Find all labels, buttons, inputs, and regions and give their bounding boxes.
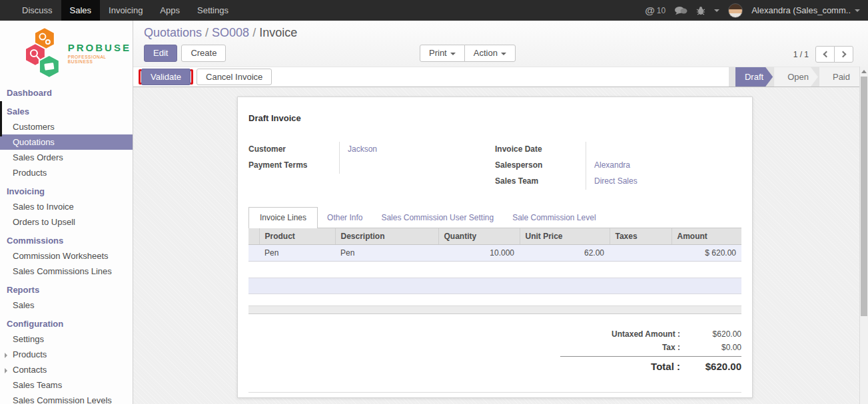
mention-icon: @	[645, 5, 655, 16]
sidebar-item-settings[interactable]: Settings	[0, 331, 133, 347]
vertical-scrollbar[interactable]	[859, 67, 868, 404]
sidebar-item-config-products[interactable]: Products	[0, 347, 133, 362]
sidebar-item-customers[interactable]: Customers	[0, 119, 133, 134]
sidebar-item-sales-to-invoice[interactable]: Sales to Invoice	[0, 199, 133, 214]
sidebar-item-products[interactable]: Products	[0, 165, 133, 180]
chevron-left-icon	[823, 51, 829, 58]
tab-sale-commission-level[interactable]: Sale Commission Level	[503, 208, 605, 228]
status-stepper: Draft Open Paid	[729, 67, 859, 87]
notebook-tabs: Invoice Lines Other Info Sales Commissio…	[248, 207, 741, 228]
scrollbar-up-button[interactable]	[860, 67, 868, 76]
menu-apps[interactable]: Apps	[151, 0, 189, 21]
tab-invoice-lines[interactable]: Invoice Lines	[248, 207, 318, 228]
action-dropdown-button[interactable]: Action	[464, 45, 516, 62]
sidebar-header-configuration[interactable]: Configuration	[0, 316, 133, 331]
user-avatar[interactable]	[728, 3, 743, 18]
invoice-date-label: Invoice Date	[495, 142, 586, 158]
action-buttons: Print Action	[420, 45, 516, 62]
field-group-left: Customer Jackson Payment Terms	[248, 142, 495, 190]
scrollbar-thumb[interactable]	[861, 77, 867, 316]
sidebar-header-reports[interactable]: Reports	[0, 282, 133, 298]
breadcrumb-separator: /	[202, 26, 212, 39]
action-label: Action	[474, 48, 498, 58]
chat-icon[interactable]	[674, 6, 687, 15]
screen-edge-artifact	[0, 101, 2, 136]
user-dropdown-caret-icon	[855, 9, 860, 12]
breadcrumb-separator: /	[249, 26, 259, 39]
status-step-paid[interactable]: Paid	[819, 67, 859, 87]
tab-sales-commission-user-setting[interactable]: Sales Commission User Setting	[372, 208, 503, 228]
sidebar-header-sales[interactable]: Sales	[0, 104, 133, 119]
invoice-sheet: Draft Invoice Customer Jackson Payment T…	[237, 97, 753, 398]
cell-quantity[interactable]: 10.000	[438, 245, 520, 262]
sidebar-item-sales-commission-levels[interactable]: Sales Commission Levels	[0, 393, 133, 404]
column-quantity[interactable]: Quantity	[438, 228, 520, 245]
table-row[interactable]: Pen Pen 10.000 62.00 $ 620.00	[248, 245, 741, 262]
pager-next-button[interactable]	[834, 46, 853, 63]
status-step-open[interactable]: Open	[774, 67, 818, 87]
edit-button[interactable]: Edit	[144, 45, 177, 62]
status-step-draft[interactable]: Draft	[735, 67, 773, 87]
customer-value-link[interactable]: Jackson	[339, 142, 495, 158]
column-unit-price[interactable]: Unit Price	[520, 228, 610, 245]
cell-product[interactable]: Pen	[259, 245, 335, 262]
field-group-right: Invoice Date Salesperson Alexandra Sales…	[495, 142, 741, 190]
breadcrumb-link-so008[interactable]: SO008	[212, 26, 249, 39]
payment-terms-value[interactable]	[339, 158, 495, 174]
column-description[interactable]: Description	[335, 228, 438, 245]
sales-team-value-link[interactable]: Direct Sales	[586, 174, 741, 190]
cell-description[interactable]: Pen	[335, 245, 438, 262]
sidebar-item-orders-to-upsell[interactable]: Orders to Upsell	[0, 214, 133, 230]
breadcrumb-link-quotations[interactable]: Quotations	[144, 26, 202, 39]
cell-amount[interactable]: $ 620.00	[671, 245, 741, 262]
validate-button[interactable]: Validate	[141, 69, 191, 85]
salesperson-label: Salesperson	[495, 158, 586, 174]
cell-unit-price[interactable]: 62.00	[520, 245, 610, 262]
expand-caret-icon[interactable]	[5, 368, 7, 373]
sidebar-item-sales-orders[interactable]: Sales Orders	[0, 150, 133, 165]
invoice-fields: Customer Jackson Payment Terms Invoice D…	[248, 142, 741, 190]
create-button[interactable]: Create	[181, 45, 226, 62]
topbar-systray: @ 10 Alexandra (Sales_comm..	[645, 0, 868, 21]
print-dropdown-button[interactable]: Print	[420, 45, 465, 62]
invoice-totals: Untaxed Amount : $620.00 Tax : $0.00 Tot…	[560, 327, 741, 374]
triangle-up-icon	[861, 70, 867, 73]
bug-icon[interactable]	[696, 6, 705, 15]
horizontal-scrollbar-strip[interactable]	[248, 305, 741, 314]
menu-invoicing[interactable]: Invoicing	[100, 0, 151, 21]
sidebar-item-reports-sales[interactable]: Sales	[0, 298, 133, 313]
sidebar-item-sales-teams[interactable]: Sales Teams	[0, 377, 133, 393]
sidebar-item-sales-commissions-lines[interactable]: Sales Commissions Lines	[0, 264, 133, 279]
user-menu[interactable]: Alexandra (Sales_comm..	[751, 5, 860, 15]
debug-dropdown-caret-icon[interactable]	[714, 9, 719, 12]
invoice-state-title: Draft Invoice	[248, 113, 741, 123]
sidebar-item-quotations[interactable]: Quotations	[0, 134, 133, 150]
menu-discuss[interactable]: Discuss	[13, 0, 61, 21]
menu-sales[interactable]: Sales	[61, 0, 101, 21]
cancel-invoice-button[interactable]: Cancel Invoice	[197, 69, 272, 85]
breadcrumb-current: Invoice	[259, 26, 297, 39]
cell-taxes[interactable]	[610, 245, 671, 262]
untaxed-amount-label: Untaxed Amount :	[560, 329, 689, 339]
expand-caret-icon[interactable]	[5, 353, 7, 358]
total-label: Total :	[560, 361, 689, 372]
sidebar-item-config-contacts[interactable]: Contacts	[0, 362, 133, 377]
pager-count: 1 / 1	[793, 50, 809, 59]
column-amount[interactable]: Amount	[671, 228, 741, 245]
logo-subtitle: PROFESSIONAL BUSINESS	[68, 55, 133, 64]
sidebar-header-commissions[interactable]: Commissions	[0, 233, 133, 248]
invoice-date-value[interactable]	[586, 142, 741, 158]
column-product[interactable]: Product	[259, 228, 335, 245]
column-taxes[interactable]: Taxes	[610, 228, 671, 245]
pager-previous-button[interactable]	[815, 46, 835, 63]
row-handle-cell	[248, 245, 259, 262]
tab-other-info[interactable]: Other Info	[318, 208, 372, 228]
user-name: Alexandra (Sales_comm..	[751, 5, 851, 15]
sidebar-item-commission-worksheets[interactable]: Commission Worksheets	[0, 248, 133, 264]
menu-settings[interactable]: Settings	[189, 0, 237, 21]
form-view-background: Draft Invoice Customer Jackson Payment T…	[133, 88, 868, 404]
mention-counter[interactable]: @ 10	[645, 5, 665, 16]
sidebar-header-dashboard[interactable]: Dashboard	[0, 85, 133, 101]
salesperson-value-link[interactable]: Alexandra	[586, 158, 741, 174]
sidebar-header-invoicing[interactable]: Invoicing	[0, 184, 133, 199]
